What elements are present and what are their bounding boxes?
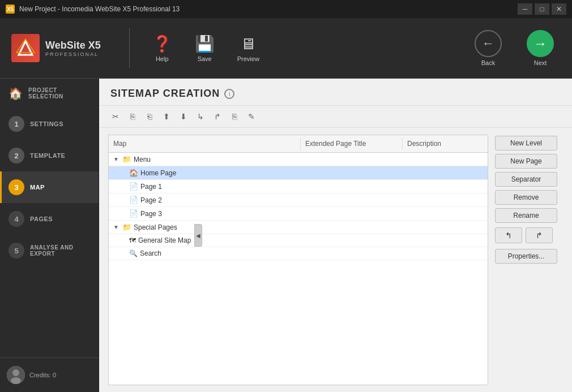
new-page-button[interactable]: New Page (495, 154, 557, 169)
expand-special-icon: ▼ (113, 224, 120, 230)
svg-point-3 (12, 369, 19, 376)
paste-button[interactable]: ⎗ (142, 109, 157, 124)
svg-point-4 (11, 377, 21, 384)
tree-cell-gsm-ext (301, 234, 403, 247)
tree-cell-menu-name: ▼ 📁 Menu (109, 153, 301, 166)
tree-area: Map Extended Page Title Description ▼ 📁 … (99, 128, 572, 392)
sidebar-item-map[interactable]: 3 MAP (0, 171, 99, 203)
expand-menu-icon: ▼ (113, 156, 120, 162)
col-extended-title: Extended Page Title (301, 137, 403, 150)
tree-cell-special-ext (301, 221, 403, 234)
preview-label: Preview (237, 55, 259, 62)
page-title: SITEMAP CREATION (110, 88, 220, 100)
properties-button[interactable]: Properties... (495, 249, 557, 264)
arrow-buttons: ↰ ↱ (495, 227, 563, 243)
brand-name: WebSite X5 (45, 40, 101, 51)
tree-row-general-site-map[interactable]: 🗺 General Site Map (109, 234, 488, 247)
sidebar-label-settings: SETTINGS (30, 120, 63, 127)
help-button[interactable]: ❓ Help (147, 31, 178, 66)
sidebar-item-project-selection[interactable]: 🏠 PROJECTSELECTION (0, 79, 99, 108)
indent-button[interactable]: ↳ (193, 109, 208, 124)
credits-label: Credits: 0 (29, 372, 56, 378)
tree-cell-page2-ext (301, 193, 403, 206)
sidebar: 🏠 PROJECTSELECTION 1 SETTINGS 2 TEMPLATE… (0, 79, 99, 392)
help-icon: ❓ (152, 35, 172, 53)
copy2-button[interactable]: ⎘ (227, 109, 242, 124)
outdent-button[interactable]: ↱ (210, 109, 225, 124)
cut-button[interactable]: ✂ (108, 109, 123, 124)
right-panel: New Level New Page Separator Remove Rena… (495, 135, 563, 385)
tree-row-page1[interactable]: 📄 Page 1 (109, 180, 488, 193)
tree-body: ▼ 📁 Menu 🏠 Home Pa (109, 153, 488, 260)
content-area: ◀ SITEMAP CREATION i ✂ ⎘ ⎗ ⬆ ⬇ ↳ ↱ ⎘ ✎ (99, 79, 572, 392)
next-icon: → (527, 30, 554, 57)
tree-header: Map Extended Page Title Description (109, 135, 488, 153)
logo-text: WebSite X5 PROFESSIONAL (45, 40, 101, 57)
save-button[interactable]: 💾 Save (189, 31, 220, 66)
tree-cell-homepage-name: 🏠 Home Page (109, 166, 301, 179)
content-header: SITEMAP CREATION i (99, 79, 572, 106)
copy-button[interactable]: ⎘ (125, 109, 140, 124)
tree-cell-page3-desc (403, 207, 488, 220)
tree-cell-homepage-desc (403, 166, 488, 179)
logo-icon (11, 34, 40, 62)
sidebar-item-pages[interactable]: 4 PAGES (0, 203, 99, 235)
save-label: Save (198, 55, 212, 62)
info-icon[interactable]: i (224, 89, 234, 99)
window-controls: ─ □ ✕ (518, 3, 566, 15)
move-down-button[interactable]: ⬇ (176, 109, 191, 124)
tree-row-page2[interactable]: 📄 Page 2 (109, 193, 488, 207)
close-button[interactable]: ✕ (552, 3, 566, 15)
tree-cell-menu-ext (301, 153, 403, 166)
preview-button[interactable]: 🖥 Preview (232, 31, 265, 66)
toolbar-sep-1 (129, 28, 130, 68)
tree-cell-gsm-name: 🗺 General Site Map (109, 234, 301, 247)
next-label: Next (534, 59, 547, 66)
arrow-up-button[interactable]: ↰ (495, 227, 522, 243)
tree-cell-gsm-desc (403, 234, 488, 247)
back-button[interactable]: ← Back (468, 27, 509, 70)
tree-cell-menu-desc (403, 153, 488, 166)
move-up-button[interactable]: ⬆ (159, 109, 174, 124)
home-icon: 🏠 (8, 87, 23, 100)
collapse-sidebar-button[interactable]: ◀ (194, 224, 202, 247)
tree-row-homepage[interactable]: 🏠 Home Page (109, 166, 488, 180)
rename-button[interactable]: Rename (495, 208, 557, 223)
sidebar-item-settings[interactable]: 1 SETTINGS (0, 108, 99, 140)
brand-sub: PROFESSIONAL (45, 51, 101, 57)
tree-cell-page1-ext (301, 180, 403, 193)
tree-cell-homepage-ext (301, 166, 403, 179)
sidebar-item-analyse-export[interactable]: 5 ANALYSE ANDEXPORT (0, 235, 99, 266)
tree-cell-page3-name: 📄 Page 3 (109, 207, 301, 220)
step-num-map: 3 (8, 179, 24, 195)
preview-icon: 🖥 (240, 35, 256, 53)
step-num-analyse: 5 (8, 243, 24, 259)
step-num-pages: 4 (8, 211, 24, 227)
separator-button[interactable]: Separator (495, 172, 557, 187)
tree-row-menu[interactable]: ▼ 📁 Menu (109, 153, 488, 166)
tree-table: Map Extended Page Title Description ▼ 📁 … (108, 135, 488, 385)
tree-row-page3[interactable]: 📄 Page 3 (109, 207, 488, 221)
sidebar-label-pages: PAGES (30, 216, 53, 222)
app-icon: X5 (6, 5, 15, 14)
sidebar-item-template[interactable]: 2 TEMPLATE (0, 140, 99, 171)
tree-cell-page2-name: 📄 Page 2 (109, 193, 301, 206)
maximize-button[interactable]: □ (535, 3, 549, 15)
tree-row-search[interactable]: 🔍 Search (109, 247, 488, 260)
tree-cell-page1-name: 📄 Page 1 (109, 180, 301, 193)
help-label: Help (156, 55, 169, 62)
avatar (7, 366, 25, 384)
new-level-button[interactable]: New Level (495, 136, 557, 150)
sidebar-label-map: MAP (30, 184, 45, 191)
arrow-down-button[interactable]: ↱ (526, 227, 553, 243)
tree-cell-search-ext (301, 247, 403, 260)
tree-cell-search-desc (403, 247, 488, 260)
tree-cell-search-name: 🔍 Search (109, 247, 301, 260)
minimize-button[interactable]: ─ (518, 3, 532, 15)
edit-button[interactable]: ✎ (244, 109, 259, 124)
sidebar-bottom: Credits: 0 (0, 357, 99, 392)
tree-cell-page2-desc (403, 193, 488, 206)
tree-row-special-pages[interactable]: ▼ 📁 Special Pages (109, 221, 488, 234)
next-button[interactable]: → Next (520, 27, 561, 70)
remove-button[interactable]: Remove (495, 190, 557, 205)
